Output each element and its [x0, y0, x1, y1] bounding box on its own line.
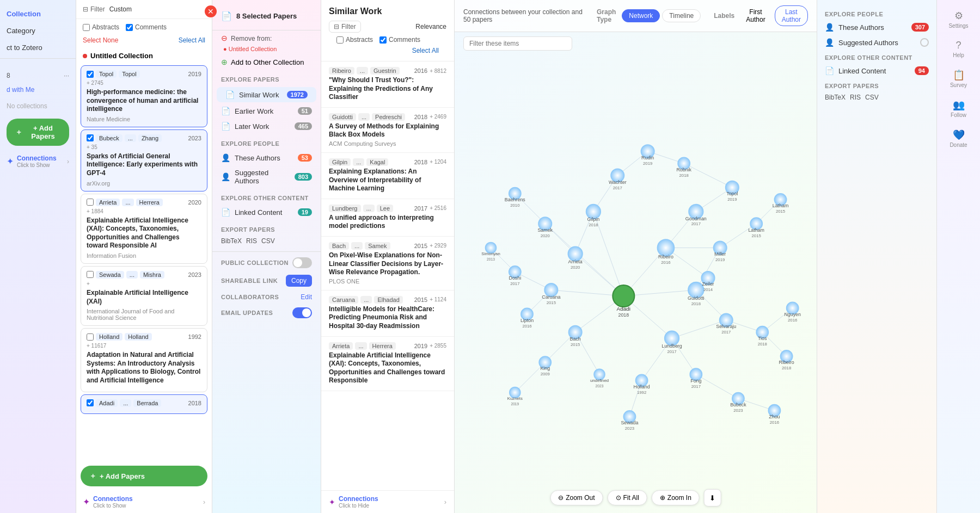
similar-abstracts-checkbox[interactable]	[336, 36, 344, 44]
svg-text:Latham: Latham	[773, 203, 789, 208]
earlier-icon: 📄	[221, 107, 230, 115]
list-item[interactable]: Bach ... Samek 2015 + 2929 On Pixel-Wise…	[321, 237, 454, 291]
right-bibtex-button[interactable]: BibTeX	[825, 94, 846, 101]
svg-text:2017: 2017	[510, 281, 519, 286]
paper-checkbox[interactable]	[87, 199, 94, 206]
right-these-authors-label: These Authors	[838, 23, 907, 32]
svg-text:Ribeiro: Ribeiro	[779, 360, 794, 365]
donate-sidebar-item[interactable]: 💙 Donate	[940, 125, 978, 152]
last-author-button[interactable]: Last Author	[775, 5, 808, 26]
table-row[interactable]: Topol Topol 2019 + 2745 High-performance…	[81, 65, 207, 127]
svg-text:Bubeck: Bubeck	[730, 402, 746, 407]
copy-button[interactable]: Copy	[286, 275, 312, 287]
paper-year: 2018	[414, 114, 427, 120]
paper-title: Sparks of Artificial General Intelligenc…	[87, 152, 201, 178]
paper-checkbox[interactable]	[87, 333, 94, 341]
fit-all-button[interactable]: ⊙ Fit All	[608, 490, 647, 505]
close-button[interactable]: ✕	[205, 5, 217, 17]
svg-text:2013: 2013	[487, 257, 495, 261]
ris-export-button[interactable]: RIS	[246, 237, 257, 245]
similar-comments-label[interactable]: Comments	[379, 36, 420, 44]
right-suggested-authors-item[interactable]: 👤 Suggested Authors	[817, 35, 936, 50]
edit-button[interactable]: Edit	[301, 293, 312, 301]
add-other-collection[interactable]: ⊕ Add to Other Collection	[212, 54, 321, 70]
paper-checkbox[interactable]	[87, 399, 94, 406]
connections-link-bottom[interactable]: ✦ Connections Click to Show ›	[76, 491, 212, 513]
svg-text:2018: 2018	[589, 222, 598, 227]
author-tag: ...	[122, 199, 133, 206]
timeline-button[interactable]: Timeline	[662, 9, 701, 22]
table-row[interactable]: Bubeck ... Zhang 2023 + 35 Sparks of Art…	[81, 129, 207, 191]
earlier-work-item[interactable]: 📄 Earlier Work 51	[212, 103, 321, 119]
connections-link-similar[interactable]: ✦ Connections Click to Hide ›	[321, 490, 454, 513]
list-item[interactable]: Ribeiro ... Guestrin 2016 + 8812 "Why Sh…	[321, 61, 454, 108]
similar-abstracts-label[interactable]: Abstracts	[336, 36, 373, 44]
add-other-label: Add to Other Collection	[231, 58, 304, 66]
paper-journal: Nature Medicine	[87, 116, 201, 122]
table-row[interactable]: Holland Holland 1992 + 11617 Adaptation …	[81, 328, 207, 392]
sidebar-item-category[interactable]: Category	[0, 22, 76, 39]
right-linked-content-item[interactable]: 📄 Linked Content 94	[817, 63, 936, 78]
similar-work-item[interactable]: 📄 Similar Work 1972	[217, 87, 316, 102]
first-author-button[interactable]: First Author	[739, 5, 772, 26]
add-papers-bottom-button[interactable]: ＋ + Add Papers	[81, 466, 207, 486]
list-item[interactable]: Lundberg ... Lee 2017 + 2516 A unified a…	[321, 199, 454, 237]
public-toggle[interactable]	[292, 257, 312, 268]
paper-citations: + 1884	[87, 208, 201, 214]
comments-checkbox[interactable]	[126, 24, 133, 31]
bibtex-export-button[interactable]: BibTeX	[221, 237, 242, 245]
later-work-item[interactable]: 📄 Later Work 465	[212, 119, 321, 134]
svg-text:2020: 2020	[541, 233, 550, 238]
author-tag: Berrada	[133, 399, 161, 407]
list-item[interactable]: Gilpin ... Kagal 2018 + 1204 Explaining …	[321, 153, 454, 199]
table-row[interactable]: Adadi ... Berrada 2018	[81, 394, 207, 414]
help-sidebar-item[interactable]: ? Help	[940, 35, 978, 63]
network-filter-input[interactable]	[463, 36, 572, 51]
svg-text:2015: 2015	[776, 209, 785, 214]
suggested-authors-item[interactable]: 👤 Suggested Authors 803	[212, 165, 321, 188]
download-button[interactable]: ⬇	[704, 489, 721, 506]
network-button[interactable]: Network	[622, 9, 660, 22]
similar-filter-button[interactable]: ⊟ Filter	[329, 21, 361, 33]
right-ris-button[interactable]: RIS	[850, 94, 861, 101]
svg-text:Guidotti: Guidotti	[688, 295, 705, 301]
abstracts-checkbox[interactable]	[83, 24, 90, 31]
paper-checkbox[interactable]	[87, 271, 94, 278]
similar-card-header: Guidotti ... Pedreschi 2018 + 2469	[329, 113, 446, 121]
list-item[interactable]: Arrieta ... Herrera 2019 + 2855 Explaina…	[321, 337, 454, 391]
suggested-authors-badge: 803	[295, 173, 312, 181]
custom-button[interactable]: Custom	[109, 5, 132, 13]
right-csv-button[interactable]: CSV	[865, 94, 879, 101]
filter-button[interactable]: ⊟ Filter	[83, 5, 105, 13]
these-authors-item[interactable]: 👤 These Authors 53	[212, 150, 321, 165]
paper-year: 2020	[188, 199, 201, 206]
list-item[interactable]: Guidotti ... Pedreschi 2018 + 2469 A Sur…	[321, 108, 454, 153]
collection-menu-dots[interactable]: ···	[64, 72, 69, 79]
right-these-authors-item[interactable]: 👤 These Authors 307	[817, 20, 936, 35]
abstracts-checkbox-label[interactable]: Abstracts	[83, 23, 119, 31]
connections-link[interactable]: ✦ Connections Click to Show ›	[0, 150, 76, 172]
add-papers-button[interactable]: ＋ + Add Papers	[7, 119, 69, 146]
select-all-button[interactable]: Select All	[179, 36, 205, 44]
paper-checkbox[interactable]	[87, 71, 94, 78]
settings-sidebar-item[interactable]: ⚙ Settings	[940, 5, 978, 33]
follow-sidebar-item[interactable]: 👥 Follow	[940, 95, 978, 122]
svg-text:2015: 2015	[752, 233, 761, 238]
survey-sidebar-item[interactable]: 📋 Survey	[940, 65, 978, 92]
linked-content-item[interactable]: 📄 Linked Content 19	[212, 205, 321, 220]
comments-checkbox-label[interactable]: Comments	[126, 23, 167, 31]
table-row[interactable]: Arrieta ... Herrera 2020 + 1884 Explaina…	[81, 194, 207, 264]
sidebar-item-zotero[interactable]: ct to Zotero	[0, 39, 76, 56]
svg-text:Lipton: Lipton	[520, 318, 534, 323]
zoom-in-button[interactable]: ⊕ Zoom In	[652, 490, 700, 505]
paper-checkbox[interactable]	[87, 134, 94, 141]
email-toggle[interactable]	[292, 307, 312, 318]
sidebar-item-collection[interactable]: Collection	[0, 5, 76, 22]
csv-export-button[interactable]: CSV	[261, 237, 275, 245]
similar-select-all-button[interactable]: Select All	[329, 47, 446, 57]
similar-comments-checkbox[interactable]	[379, 36, 387, 44]
select-none-button[interactable]: Select None	[83, 36, 118, 44]
table-row[interactable]: Sewada ... Mishra 2023 + Explainable Art…	[81, 266, 207, 326]
list-item[interactable]: Caruana ... Elhadad 2015 + 1124 Intellig…	[321, 291, 454, 337]
zoom-out-button[interactable]: ⊖ Zoom Out	[550, 490, 603, 505]
